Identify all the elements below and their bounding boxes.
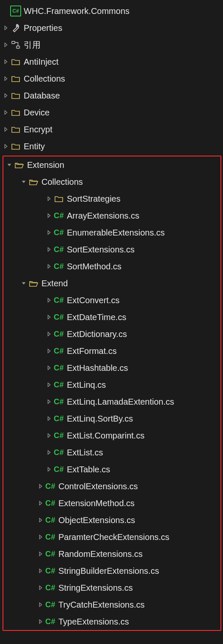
expand-arrow-icon[interactable] <box>2 25 10 31</box>
expand-arrow-icon[interactable] <box>45 382 53 388</box>
tree-folder[interactable]: Encrypt <box>0 121 223 138</box>
expand-arrow-icon[interactable] <box>36 534 45 540</box>
expand-arrow-icon[interactable] <box>45 247 53 252</box>
tree-file[interactable]: C#ExtLinq.SortBy.cs <box>3 410 220 427</box>
tree-file[interactable]: C#StringExtensions.cs <box>3 579 220 596</box>
expand-arrow-icon[interactable] <box>45 433 53 438</box>
expand-arrow-icon[interactable] <box>45 213 53 219</box>
folder-extension-extend[interactable]: Extend <box>3 275 220 292</box>
tree-file[interactable]: C#ExtList.Comparint.cs <box>3 427 220 444</box>
tree-file[interactable]: C#RandomExtensions.cs <box>3 545 220 562</box>
expand-arrow-icon[interactable] <box>36 517 45 523</box>
file-label: ExtLinq.LamadaExtention.cs <box>67 397 174 407</box>
tree-file[interactable]: C#ExtLinq.cs <box>3 376 220 393</box>
collapse-arrow-icon[interactable] <box>5 162 14 168</box>
properties-node[interactable]: Properties <box>0 19 223 36</box>
tree-folder[interactable]: AntiInject <box>0 53 223 70</box>
expand-arrow-icon[interactable] <box>45 331 53 337</box>
folder-open-icon <box>14 160 25 170</box>
expand-arrow-icon[interactable] <box>2 126 10 132</box>
folder-label: Entity <box>24 142 45 151</box>
file-label: ExtensionMethod.cs <box>58 499 135 508</box>
tree-folder[interactable]: Collections <box>0 70 223 87</box>
file-label: StringBuilderExtensions.cs <box>58 566 159 576</box>
tree-folder[interactable]: Device <box>0 104 223 121</box>
tree-file[interactable]: C#ControlExtensions.cs <box>3 478 220 495</box>
tree-file[interactable]: C#ParamterCheckExtensions.cs <box>3 529 220 545</box>
expand-arrow-icon[interactable] <box>2 42 10 48</box>
expand-arrow-icon[interactable] <box>45 365 53 371</box>
csharp-file-icon: C# <box>53 211 64 220</box>
tree-file[interactable]: C#ExtConvert.cs <box>3 292 220 309</box>
expand-arrow-icon[interactable] <box>45 416 53 422</box>
expand-arrow-icon[interactable] <box>2 110 10 115</box>
expand-arrow-icon[interactable] <box>36 483 45 489</box>
folder-icon <box>10 57 21 67</box>
tree-file[interactable]: C#ExtDateTime.cs <box>3 309 220 326</box>
expand-arrow-icon[interactable] <box>45 348 53 354</box>
csharp-file-icon: C# <box>45 617 56 626</box>
tree-folder[interactable]: Entity <box>0 138 223 155</box>
tree-file[interactable]: C#SortMethod.cs <box>3 258 220 275</box>
folder-sortstrategies[interactable]: SortStrategies <box>3 190 220 207</box>
expand-arrow-icon[interactable] <box>2 59 10 65</box>
tree-file[interactable]: C#ExtDictionary.cs <box>3 326 220 343</box>
tree-file[interactable]: C#ExtensionMethod.cs <box>3 495 220 512</box>
file-label: ControlExtensions.cs <box>58 482 138 491</box>
tree-file[interactable]: C#ExtList.cs <box>3 444 220 461</box>
folder-icon <box>53 194 64 204</box>
folder-extension[interactable]: Extension <box>3 156 220 173</box>
tree-folder[interactable]: Database <box>0 87 223 104</box>
csharp-file-icon: C# <box>45 516 56 525</box>
tree-file[interactable]: C#EnumerableExtensions.cs <box>3 224 220 241</box>
folder-label: Database <box>24 91 60 101</box>
collapse-arrow-icon[interactable] <box>19 179 28 185</box>
expand-arrow-icon[interactable] <box>2 76 10 82</box>
expand-arrow-icon[interactable] <box>45 314 53 320</box>
csharp-file-icon: C# <box>53 414 64 423</box>
expand-arrow-icon[interactable] <box>2 143 10 149</box>
expand-arrow-icon[interactable] <box>45 297 53 303</box>
expand-arrow-icon[interactable] <box>36 602 45 608</box>
expand-arrow-icon[interactable] <box>2 93 10 99</box>
csharp-file-icon: C# <box>53 228 64 237</box>
expand-arrow-icon[interactable] <box>36 500 45 506</box>
csharp-file-icon: C# <box>53 296 64 305</box>
solution-explorer-tree[interactable]: C# WHC.Framework.Commons Properties 引用 A… <box>0 0 223 638</box>
csharp-file-icon: C# <box>45 584 56 592</box>
expand-arrow-icon[interactable] <box>45 196 53 202</box>
tree-file[interactable]: C#ExtLinq.LamadaExtention.cs <box>3 393 220 410</box>
tree-file[interactable]: C#ObjectExtensions.cs <box>3 512 220 529</box>
expand-arrow-icon[interactable] <box>45 449 53 455</box>
tree-file[interactable]: C#SortExtensions.cs <box>3 241 220 258</box>
tree-file[interactable]: C#TypeExtensions.cs <box>3 613 220 630</box>
tree-file[interactable]: C#StringBuilderExtensions.cs <box>3 562 220 579</box>
tree-file[interactable]: C#ExtFormat.cs <box>3 343 220 359</box>
file-label: ExtTable.cs <box>67 465 110 474</box>
expand-arrow-icon[interactable] <box>36 568 45 574</box>
folder-icon <box>10 107 21 118</box>
csharp-file-icon: C# <box>45 567 56 575</box>
expand-arrow-icon[interactable] <box>45 466 53 472</box>
tree-file[interactable]: C#ArrayExtensions.cs <box>3 207 220 224</box>
csharp-file-icon: C# <box>45 600 56 609</box>
tree-file[interactable]: C#ExtHashtable.cs <box>3 359 220 376</box>
expand-arrow-icon[interactable] <box>45 399 53 405</box>
expand-arrow-icon[interactable] <box>36 585 45 591</box>
tree-file[interactable]: C#ExtTable.cs <box>3 461 220 478</box>
extension-highlight: Extension Collections SortStrategies C#A… <box>3 156 221 631</box>
folder-label: Device <box>24 108 50 118</box>
expand-arrow-icon[interactable] <box>36 551 45 557</box>
csharp-file-icon: C# <box>45 482 56 491</box>
folder-extension-collections[interactable]: Collections <box>3 173 220 190</box>
csharp-file-icon: C# <box>53 245 64 254</box>
tree-file[interactable]: C#TryCatchExtensions.cs <box>3 596 220 613</box>
expand-arrow-icon[interactable] <box>36 619 45 625</box>
project-node[interactable]: C# WHC.Framework.Commons <box>0 3 223 19</box>
collapse-arrow-icon[interactable] <box>19 280 28 286</box>
file-label: EnumerableExtensions.cs <box>67 228 165 238</box>
expand-arrow-icon[interactable] <box>45 230 53 236</box>
references-node[interactable]: 引用 <box>0 36 223 53</box>
expand-arrow-icon[interactable] <box>45 263 53 269</box>
csharp-file-icon: C# <box>45 533 56 542</box>
